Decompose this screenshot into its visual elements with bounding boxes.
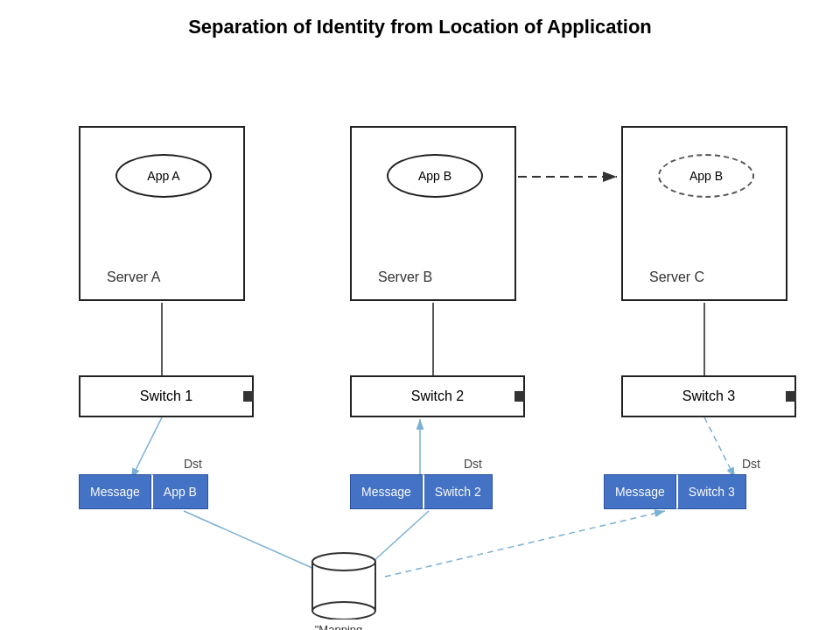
switch-2-box: Switch 2 xyxy=(350,375,525,417)
server-c-label: Server C xyxy=(649,270,704,285)
app-a-label: App A xyxy=(147,169,179,183)
page-title: Separation of Identity from Location of … xyxy=(0,0,840,38)
packet-3-message: Message xyxy=(604,474,676,509)
app-b-label: App B xyxy=(418,169,452,183)
server-b-box: App B Server B xyxy=(350,126,516,301)
packet-2-row: Message Switch 2 xyxy=(350,474,493,509)
switch-2-dot xyxy=(514,391,525,402)
server-c-box: App B Server C xyxy=(621,126,788,301)
svg-line-11 xyxy=(385,511,665,577)
app-b-dashed-label: App B xyxy=(690,169,723,183)
dst-label-3: Dst xyxy=(742,457,760,471)
packet-3-row: Message Switch 3 xyxy=(604,474,746,509)
app-a-oval: App A xyxy=(116,154,212,198)
database-label: "MappingDatabase" xyxy=(282,623,396,630)
svg-line-7 xyxy=(131,417,162,479)
switch-3-label: Switch 3 xyxy=(682,388,735,404)
svg-point-14 xyxy=(312,553,375,570)
server-a-box: App A Server A xyxy=(79,126,245,301)
packet-1-message: Message xyxy=(79,474,151,509)
app-b-dashed-oval: App B xyxy=(658,154,754,198)
switch-2-label: Switch 2 xyxy=(411,388,464,404)
dst-label-1: Dst xyxy=(184,457,202,471)
diagram: App A Server A App B Server B App B Serv… xyxy=(0,47,840,625)
packet-3-dst: Switch 3 xyxy=(676,474,746,509)
switch-1-label: Switch 1 xyxy=(140,388,192,404)
svg-line-12 xyxy=(704,417,735,478)
app-b-oval: App B xyxy=(387,154,483,198)
packet-1-row: Message App B xyxy=(79,474,208,509)
server-a-label: Server A xyxy=(107,270,160,285)
server-b-label: Server B xyxy=(378,270,432,285)
svg-point-15 xyxy=(312,602,375,620)
switch-1-box: Switch 1 xyxy=(79,375,254,417)
svg-line-9 xyxy=(184,511,322,572)
database-cylinder xyxy=(311,548,377,620)
packet-2-dst: Switch 2 xyxy=(423,474,493,509)
switch-1-dot xyxy=(243,391,254,402)
switch-3-dot xyxy=(786,391,796,402)
switch-3-box: Switch 3 xyxy=(621,375,796,417)
dst-label-2: Dst xyxy=(464,457,482,471)
packet-1-dst: App B xyxy=(151,474,208,509)
packet-2-message: Message xyxy=(350,474,423,509)
